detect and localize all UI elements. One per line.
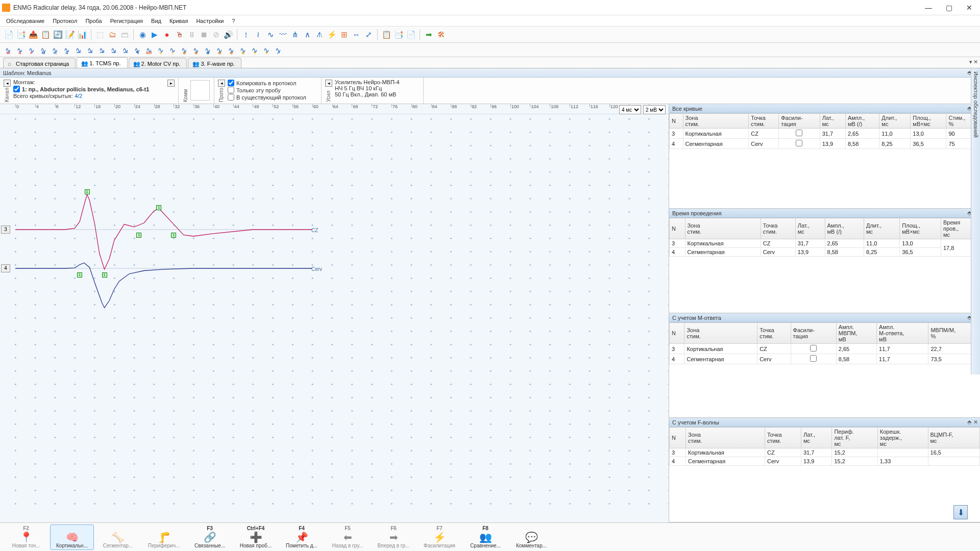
fkey-Ctrl+F4[interactable]: Ctrl+F4➕Новая проб... [234, 524, 278, 550]
toolbar-btn-37[interactable]: ➡ [423, 29, 434, 40]
col-header[interactable]: Площ.,мВ×мс [911, 114, 946, 129]
toolbar-btn-35[interactable]: 📄 [405, 29, 416, 40]
fkey-F3[interactable]: F3🔗Связанные... [188, 524, 232, 550]
col-header[interactable]: Зонастим. [685, 428, 765, 448]
toolbar-btn-30[interactable]: ↔ [351, 29, 362, 40]
comment-box[interactable] [190, 80, 210, 101]
col-header[interactable]: Фасили-тация [779, 114, 820, 129]
col-header[interactable]: Ампл.,мВ (/) [825, 218, 864, 239]
table-row[interactable]: 3КортикальнаяCZ2,6511,722,7 [670, 344, 980, 354]
table-row[interactable]: 4СегментарнаяCerv13,915,21,33 [670, 457, 980, 466]
menu-кривая[interactable]: Кривая [165, 16, 192, 26]
col-header[interactable]: Длит.,мс [879, 114, 911, 129]
toolbar-btn-18[interactable]: ⊘ [210, 29, 222, 40]
col-header[interactable]: Площ.,мВ×мс [900, 218, 941, 239]
table-row[interactable]: 3КортикальнаяCZ31,72,6511,013,090 [670, 129, 980, 139]
plot-marker[interactable]: 1 [156, 205, 161, 210]
toolbar-btn-24[interactable]: 〰 [277, 29, 288, 40]
close-button[interactable]: ✕ [963, 3, 976, 13]
copy-protocol-checkbox[interactable] [228, 80, 234, 86]
time-scale-select[interactable]: 4 мс [619, 105, 641, 114]
toolbar-btn-12[interactable]: ◉ [137, 29, 148, 40]
fkey-11[interactable]: 💬Комментар... [509, 524, 553, 550]
table-row[interactable]: 3КортикальнаяCZ31,715,216,5 [670, 448, 980, 457]
fkey-F8[interactable]: F8👥Сравнение... [463, 524, 507, 550]
inspector-sidebar-tab[interactable]: Инспектор обследований [971, 68, 980, 374]
col-header[interactable]: Точкастим. [749, 114, 779, 129]
toolbar-btn-4[interactable]: 🔄 [52, 29, 63, 40]
menu-протокол[interactable]: Протокол [48, 16, 81, 26]
fkey-F4[interactable]: F4📌Пометить д... [280, 524, 324, 550]
wavetoolbar-btn-4[interactable]: H∿ [50, 45, 60, 55]
toolbar-btn-5[interactable]: 📝 [64, 29, 76, 40]
wavetoolbar-btn-15[interactable]: ⊕∿ [179, 45, 189, 55]
tab-3[interactable]: 👥3. F-wave пр. [188, 58, 241, 68]
toolbar-btn-28[interactable]: ⚡ [326, 29, 337, 40]
toolbar-btn-34[interactable]: 📑 [393, 29, 404, 40]
col-header[interactable]: Ампл.М-ответа,мВ [877, 323, 928, 344]
wavetoolbar-btn-1[interactable]: S∿ [15, 45, 25, 55]
menu-регистрация[interactable]: Регистрация [106, 16, 147, 26]
toolbar-btn-9[interactable]: 🗂 [107, 29, 118, 40]
wavetoolbar-btn-21[interactable]: ✦∿ [250, 45, 260, 55]
channel-prev-icon[interactable]: ◂ [4, 80, 11, 87]
toolbar-btn-6[interactable]: 📊 [77, 29, 88, 40]
proto-prev-icon[interactable]: ◂ [218, 80, 225, 87]
minimize-button[interactable]: ― [922, 3, 935, 13]
wavetoolbar-btn-13[interactable]: V∿ [156, 45, 166, 55]
amp-prev-icon[interactable]: ◂ [325, 80, 332, 87]
plot-marker[interactable]: 1 [171, 233, 176, 238]
wavetoolbar-btn-10[interactable]: 〰∿ [120, 45, 131, 55]
wavetoolbar-btn-7[interactable]: 〰∿ [85, 45, 95, 55]
col-header[interactable]: Фасили-тация [791, 323, 836, 344]
toolbar-btn-8[interactable]: ⬚ [94, 29, 106, 40]
col-header[interactable]: Точкастим. [757, 323, 791, 344]
col-header[interactable]: Ампл.МВПМ,мВ [836, 323, 876, 344]
col-header[interactable]: Лат.,мс [820, 114, 845, 129]
fasil-checkbox[interactable] [796, 140, 802, 146]
scroll-down-button[interactable]: ⬇ [953, 505, 968, 519]
plot-marker[interactable]: 1 [77, 272, 82, 278]
wavetoolbar-btn-14[interactable]: T∿ [167, 45, 178, 55]
col-header[interactable]: Лат.,мс [801, 428, 831, 448]
pin-icon[interactable]: ⬘ [967, 419, 971, 425]
tab-1[interactable]: 👥1. TCMS пр. [77, 57, 127, 68]
wavetoolbar-btn-11[interactable]: ✎∿ [132, 45, 142, 55]
table-row[interactable]: 3КортикальнаяCZ31,72,6511,013,017,8 [670, 239, 980, 248]
col-header[interactable]: ВЦМП-F,мс [928, 428, 979, 448]
toolbar-btn-25[interactable]: ⋔ [289, 29, 301, 40]
fasil-checkbox[interactable] [796, 130, 802, 136]
toolbar-btn-1[interactable]: 📑 [15, 29, 27, 40]
col-header[interactable]: N [670, 114, 683, 129]
menu-?[interactable]: ? [228, 16, 239, 26]
wavetoolbar-btn-3[interactable]: M∿ [38, 45, 48, 55]
toolbar-btn-10[interactable]: 🗃 [119, 29, 130, 40]
plot-marker[interactable]: 1 [136, 233, 141, 238]
toolbar-btn-3[interactable]: 📋 [40, 29, 51, 40]
toolbar-btn-27[interactable]: ⩚ [314, 29, 325, 40]
toolbar-btn-13[interactable]: ▶ [149, 29, 160, 40]
maximize-button[interactable]: ▢ [942, 3, 955, 13]
only-probe-checkbox[interactable] [228, 87, 234, 93]
wavetoolbar-btn-17[interactable]: ⊕∿ [203, 45, 213, 55]
col-header[interactable]: Длит.,мс [864, 218, 900, 239]
menu-проба[interactable]: Проба [81, 16, 106, 26]
toolbar-btn-0[interactable]: 📄 [3, 29, 14, 40]
tab-0[interactable]: ⌂Стартовая страница [3, 58, 76, 68]
toolbar-btn-15[interactable]: 🖱 [174, 29, 185, 40]
wavetoolbar-btn-8[interactable]: 〰∿ [97, 45, 107, 55]
col-header[interactable]: Зонастим. [683, 114, 749, 129]
toolbar-btn-23[interactable]: ∿ [265, 29, 276, 40]
col-header[interactable]: Зонастим. [685, 218, 761, 239]
toolbar-btn-2[interactable]: 📤 [28, 29, 39, 40]
panel-close-icon[interactable]: ✕ [973, 419, 978, 425]
plot-panel[interactable]: 4 мс 2 мВ 048121620242832364044485256606… [0, 104, 669, 522]
menu-обследование[interactable]: Обследование [2, 16, 48, 26]
amp-scale-select[interactable]: 2 мВ [643, 105, 666, 114]
toolbar-btn-38[interactable]: 🛠 [435, 29, 447, 40]
menu-настройки[interactable]: Настройки [192, 16, 228, 26]
col-header[interactable]: Точкастим. [765, 428, 801, 448]
col-header[interactable]: N [670, 428, 686, 448]
wavetoolbar-btn-19[interactable]: ⊕∿ [226, 45, 236, 55]
toolbar-btn-26[interactable]: ∧ [302, 29, 313, 40]
